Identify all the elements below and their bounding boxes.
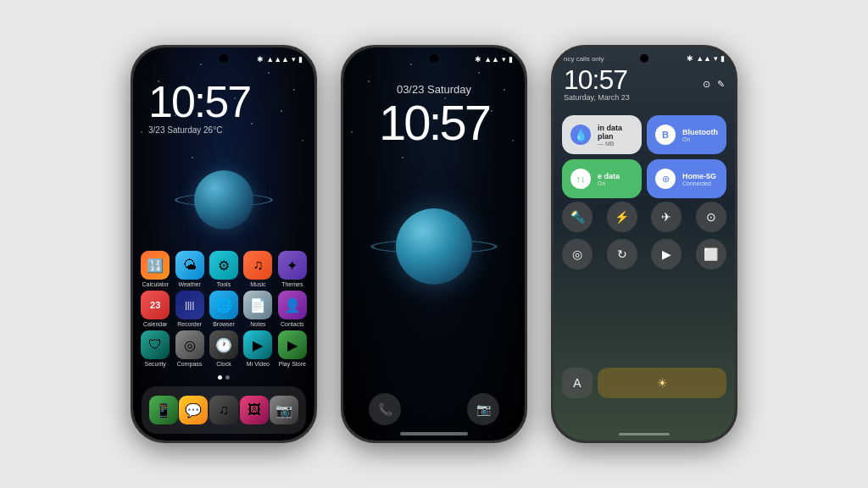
tile-md-title: e data xyxy=(598,172,633,180)
planet-sphere-1 xyxy=(194,170,253,230)
tile-wifi[interactable]: ⊛ Home-5G Connected xyxy=(647,159,726,198)
calc-icon: 🔢 xyxy=(141,251,170,280)
cc-bottom-controls: A ☀ xyxy=(562,368,726,398)
punch-hole-camera xyxy=(220,54,228,63)
punch-hole-3 xyxy=(640,54,648,63)
data-plan-icon: 💧 xyxy=(570,125,591,145)
rotate-icon[interactable]: ↻ xyxy=(607,239,637,269)
tile-bt-text: Bluetooth On xyxy=(682,128,718,142)
tile-bt-sub: On xyxy=(682,136,718,142)
planet-1 xyxy=(181,158,266,242)
tile-data-plan[interactable]: 💧 in data plan — MB xyxy=(562,115,642,154)
battery-icon-1: ▮ xyxy=(298,55,303,64)
playstore-icon: ▶ xyxy=(278,330,307,359)
app-themes[interactable]: ✦ Themes xyxy=(277,251,308,287)
app-clock[interactable]: 🕐 Clock xyxy=(209,330,239,367)
battery-icon-3: ▮ xyxy=(721,54,725,63)
app-weather[interactable]: 🌤 Weather xyxy=(174,251,204,287)
phone2-call-btn[interactable]: 📞 xyxy=(369,393,401,425)
phone1-date: 3/23 Saturday 26°C xyxy=(148,125,250,135)
dock-music2[interactable]: ♫ xyxy=(209,396,238,424)
bluetooth-icon-3: ✱ xyxy=(687,54,693,63)
cc-time: 10:57 xyxy=(564,66,630,93)
mobile-data-icon: ↑↓ xyxy=(570,169,591,189)
tile-bt-title: Bluetooth xyxy=(682,128,718,136)
wifi-icon-2: ▾ xyxy=(502,55,506,64)
location-icon[interactable]: ◎ xyxy=(562,239,593,269)
app-recorder[interactable]: |||| Recorder xyxy=(174,291,204,327)
bluetooth-icon-2: ✱ xyxy=(475,55,481,64)
tile-mobile-data[interactable]: ↑↓ e data On xyxy=(562,159,642,198)
planet-sphere-2 xyxy=(396,208,472,285)
notes-label: Notes xyxy=(250,321,265,327)
tools-icon: ⚙ xyxy=(209,251,238,280)
contacts-icon: 👤 xyxy=(278,291,307,319)
cc-header: 10:57 Saturday, March 23 ⊙ ✎ xyxy=(564,66,725,102)
app-calendar[interactable]: 23 Calendar xyxy=(140,291,170,327)
phone-3: ncy calls only ✱ ▲▲ ▾ ▮ 10:57 Saturday, … xyxy=(551,45,737,443)
app-music[interactable]: ♫ Music xyxy=(242,251,273,287)
status-icons-1: ✱ ▲▲▲ ▾ ▮ xyxy=(257,55,303,64)
browser-label: Browser xyxy=(213,321,235,327)
compass-label: Compass xyxy=(177,361,203,367)
dock-messages[interactable]: 💬 xyxy=(179,396,208,424)
tile-data-sub: — MB xyxy=(598,141,633,147)
dock-gallery-icon: 🖼 xyxy=(240,396,269,424)
recorder-label: Recorder xyxy=(177,321,202,327)
phone2-camera-btn[interactable]: 📷 xyxy=(467,393,499,425)
clock-icon: 🕐 xyxy=(209,330,238,359)
app-compass[interactable]: ◎ Compass xyxy=(174,330,204,367)
dock-messages-icon: 💬 xyxy=(179,396,208,424)
app-contacts[interactable]: 👤 Contacts xyxy=(277,291,308,327)
cc-settings-icon[interactable]: ⊙ xyxy=(703,79,710,90)
cc-brightness[interactable]: ☀ xyxy=(598,368,726,398)
phone-2: ✱ ▲▲ ▾ ▮ 03/23 Saturday 10:57 📞 📷 xyxy=(341,45,527,443)
clock-widget-1: 10:57 3/23 Saturday 26°C xyxy=(148,80,250,135)
calc-label: Calculator xyxy=(142,281,169,287)
music-icon: ♫ xyxy=(243,251,272,280)
tile-md-text: e data On xyxy=(598,172,633,186)
app-mivideo[interactable]: ▶ Mi Video xyxy=(242,330,273,367)
app-tools[interactable]: ⚙ Tools xyxy=(209,251,239,287)
tile-data-title: in data plan xyxy=(598,124,633,141)
weather-icon: 🌤 xyxy=(175,251,204,280)
app-security[interactable]: 🛡 Security xyxy=(140,330,170,367)
dock-music2-icon: ♫ xyxy=(209,396,238,424)
tile-wifi-sub: Connected xyxy=(682,180,718,186)
compass-icon: ◎ xyxy=(175,330,204,359)
status-icons-2: ✱ ▲▲ ▾ ▮ xyxy=(475,55,513,64)
tile-data-text: in data plan — MB xyxy=(598,124,633,147)
recorder-icon: |||| xyxy=(175,291,204,319)
dock-phone[interactable]: 📱 xyxy=(149,396,178,424)
video-icon[interactable]: ▶ xyxy=(651,239,682,269)
clock-label: Clock xyxy=(216,361,231,367)
signal-icon-2: ▲▲ xyxy=(484,55,499,64)
cc-date: Saturday, March 23 xyxy=(564,93,630,102)
bluetooth-icon-1: ✱ xyxy=(257,55,264,64)
flashlight-icon[interactable]: 🔦 xyxy=(562,202,593,232)
screen-icon[interactable]: ⬜ xyxy=(696,239,726,269)
browser-icon: 🌐 xyxy=(209,291,238,319)
phone-1: ✱ ▲▲▲ ▾ ▮ 10:57 3/23 Saturday 26°C 🔢 Cal… xyxy=(131,45,317,443)
dock-camera[interactable]: 📷 xyxy=(270,396,298,424)
security-icon: 🛡 xyxy=(141,330,170,359)
tile-bluetooth[interactable]: B Bluetooth On xyxy=(647,115,726,154)
airplane-icon[interactable]: ✈ xyxy=(651,202,682,232)
lightning-icon[interactable]: ⚡ xyxy=(607,202,637,232)
calendar-label: Calendar xyxy=(143,321,167,327)
calendar-icon: 23 xyxy=(141,291,170,319)
signal-icon-3: ▲▲ xyxy=(696,54,711,63)
punch-hole-2 xyxy=(430,54,438,63)
cc-time-block: 10:57 Saturday, March 23 xyxy=(564,66,630,102)
tile-md-sub: On xyxy=(598,180,633,186)
cc-text-icon[interactable]: A xyxy=(562,368,593,398)
cc-edit-icon[interactable]: ✎ xyxy=(717,79,725,90)
app-playstore[interactable]: ▶ Play Store xyxy=(277,330,308,367)
dock-gallery[interactable]: 🖼 xyxy=(240,396,269,424)
quick-tiles: 💧 in data plan — MB B Bluetooth On ↑↓ e … xyxy=(562,115,726,198)
music-label: Music xyxy=(250,281,265,287)
app-notes[interactable]: 📄 Notes xyxy=(242,291,273,327)
app-calculator[interactable]: 🔢 Calculator xyxy=(140,251,170,287)
dnd-icon[interactable]: ⊙ xyxy=(696,202,726,232)
app-browser[interactable]: 🌐 Browser xyxy=(209,291,239,327)
